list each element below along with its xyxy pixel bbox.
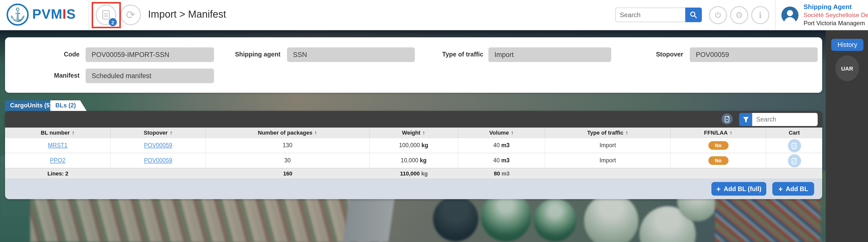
column-header-ffn-laa[interactable]: FFN/LAA↑	[671, 128, 766, 138]
sort-arrow-icon: ↑	[625, 130, 628, 136]
packages-cell: 130	[206, 138, 370, 153]
column-header-bl-number[interactable]: BL number↑	[5, 128, 111, 138]
ffn-laa-cell: No	[671, 153, 766, 168]
traffic-type-field[interactable]: Import	[488, 47, 611, 62]
code-label: Code	[15, 47, 80, 62]
sort-arrow-icon: ↑	[730, 130, 733, 136]
settings-button[interactable]: ⚙	[730, 6, 748, 24]
shipping-agent-label: Shipping agent	[217, 47, 280, 62]
tab-cargo-units[interactable]: CargoUnits (5)	[5, 100, 57, 111]
packages-cell: 30	[206, 153, 370, 168]
anchor-icon: ⚓	[9, 7, 26, 22]
uar-avatar-button[interactable]: UAR	[835, 55, 859, 81]
manifest-field[interactable]: Scheduled manifest	[86, 69, 214, 83]
sort-arrow-icon: ↑	[314, 130, 317, 136]
pvmis-logo[interactable]: ⚓	[6, 3, 29, 26]
volume-cell: 40m3	[458, 138, 545, 153]
column-header-traffic[interactable]: Type of traffic↑	[545, 128, 671, 138]
cart-cell	[766, 153, 822, 168]
table-row: PPQ2 POV00059 30 10,000kg 40m3 Import No	[5, 153, 822, 168]
add-bl-full-button[interactable]: + Add BL (full)	[711, 182, 766, 196]
add-to-cart-button[interactable]	[788, 154, 801, 167]
info-button[interactable]: i	[751, 6, 769, 24]
bl-number-cell: PPQ2	[5, 153, 111, 168]
sort-arrow-icon: ↑	[72, 130, 74, 136]
breadcrumb-title: Import > Manifest	[148, 8, 226, 20]
highlight-box	[92, 2, 121, 28]
stopover-link[interactable]: POV00059	[144, 138, 173, 153]
sort-arrow-icon: ↑	[170, 130, 173, 136]
table-toolbar	[5, 111, 822, 128]
column-header-volume[interactable]: Volume↑	[458, 128, 545, 138]
add-document-button[interactable]	[721, 113, 733, 125]
table-row: MRST1 POV00059 130 100,000kg 40m3 Import…	[5, 138, 822, 153]
right-side-panel: History UAR	[826, 30, 868, 242]
table-footer-row: Lines: 2 160 110,000 kg 80 m3	[5, 168, 822, 179]
person-icon	[781, 6, 799, 24]
bl-table-block: BL number↑ Stopover↑ Number of packages↑…	[5, 111, 822, 199]
logout-button[interactable]	[709, 6, 727, 24]
sort-arrow-icon: ↑	[423, 130, 425, 136]
header-divider	[775, 0, 776, 30]
top-header: ⚓ PVMIS 2 ⟳ Import > Manifest	[0, 0, 868, 30]
packages-total: 160	[206, 168, 370, 179]
traffic-cell: Import	[545, 153, 671, 168]
volume-total: 80 m3	[458, 168, 545, 179]
table-search-input[interactable]	[752, 113, 818, 126]
lines-total: Lines: 2	[5, 168, 111, 179]
user-role: Shipping Agent	[804, 3, 868, 11]
global-search-input[interactable]	[615, 7, 685, 22]
global-search-button[interactable]	[685, 7, 702, 22]
app-name: PVMIS	[32, 6, 76, 22]
manifest-form-card: Code POV00059-IMPORT-SSN Shipping agent …	[5, 37, 822, 93]
stopover-field[interactable]: POV00059	[690, 47, 818, 62]
user-info: Shipping Agent Société Seychelloise De P…	[804, 3, 868, 28]
add-to-cart-button[interactable]	[788, 139, 801, 152]
cart-cell	[766, 138, 822, 153]
column-header-stopover[interactable]: Stopover↑	[111, 128, 206, 138]
shipping-agent-field[interactable]: SSN	[287, 47, 415, 62]
column-header-cart: Cart	[766, 128, 822, 138]
filter-icon	[742, 116, 749, 123]
header-divider	[89, 0, 89, 30]
user-organisation: Port Victoria Managem	[804, 19, 868, 27]
ffn-laa-cell: No	[671, 138, 766, 153]
gear-icon: ⚙	[735, 10, 743, 20]
bl-number-cell: MRST1	[5, 138, 111, 153]
column-header-packages[interactable]: Number of packages↑	[206, 128, 370, 138]
stopover-cell: POV00059	[111, 138, 206, 153]
manifest-count-badge: 2	[109, 18, 117, 26]
code-field[interactable]: POV00059-IMPORT-SSN	[86, 47, 214, 62]
filter-button[interactable]	[739, 113, 752, 126]
user-company: Société Seychelloise De	[804, 11, 868, 19]
table-header-row: BL number↑ Stopover↑ Number of packages↑…	[5, 128, 822, 138]
column-header-weight[interactable]: Weight↑	[370, 128, 458, 138]
document-plus-icon	[792, 157, 797, 164]
ffn-laa-badge: No	[708, 156, 728, 165]
plus-icon: +	[716, 185, 721, 193]
ffn-laa-badge: No	[708, 141, 728, 150]
add-bl-button[interactable]: + Add BL	[772, 182, 814, 196]
table-actions-bar: + Add BL (full) + Add BL	[5, 179, 822, 199]
weight-cell: 100,000kg	[370, 138, 458, 153]
stopover-link[interactable]: POV00059	[144, 153, 173, 168]
weight-total: 110,000 kg	[370, 168, 458, 179]
document-plus-icon	[724, 115, 730, 123]
bl-link[interactable]: MRST1	[48, 138, 67, 153]
user-avatar[interactable]	[781, 6, 799, 24]
manifest-label: Manifest	[15, 69, 80, 83]
refresh-button[interactable]: ⟳	[120, 4, 141, 25]
document-plus-icon	[792, 142, 797, 149]
app-window: ⚓ PVMIS 2 ⟳ Import > Manifest	[0, 0, 868, 242]
sort-arrow-icon: ↑	[511, 130, 514, 136]
plus-icon: +	[778, 185, 783, 193]
refresh-icon: ⟳	[126, 8, 135, 21]
bl-link[interactable]: PPQ2	[50, 153, 65, 168]
weight-cell: 10,000kg	[370, 153, 458, 168]
stopover-label: Stopover	[624, 47, 683, 62]
search-icon	[690, 11, 697, 19]
info-icon: i	[759, 10, 762, 20]
volume-cell: 40m3	[458, 153, 545, 168]
traffic-cell: Import	[545, 138, 671, 153]
history-button[interactable]: History	[831, 39, 864, 51]
